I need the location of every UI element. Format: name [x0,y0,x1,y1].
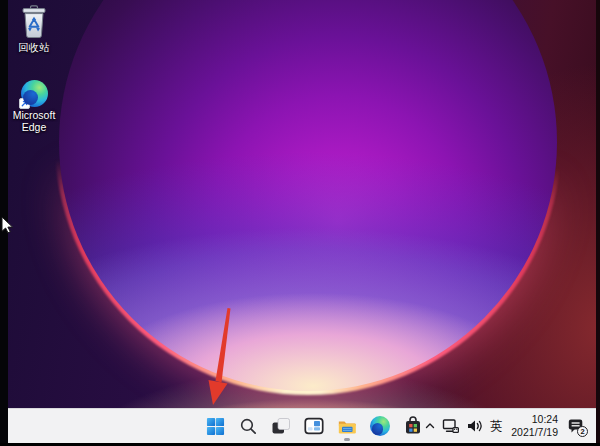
start-button[interactable] [205,412,225,440]
screen-right-border [596,0,600,446]
desktop-icon-recycle-bin[interactable]: 回收站 [7,5,61,53]
shortcut-arrow-badge [19,98,30,109]
clock-date: 2021/7/19 [510,426,558,439]
volume-tray-button[interactable] [466,418,483,434]
search-button[interactable] [238,412,258,440]
taskbar-center-icons [205,409,423,443]
notification-count-badge: 2 [577,426,588,437]
windows-logo-icon [206,417,225,436]
recycle-bin-label: 回收站 [7,41,61,53]
edge-label: Microsoft Edge [7,109,61,133]
desktop-icon-microsoft-edge[interactable]: Microsoft Edge [7,80,61,133]
hidden-icons-chevron[interactable] [424,420,436,432]
file-explorer-button[interactable] [337,412,357,440]
microsoft-store-button[interactable] [403,412,423,440]
search-icon [239,417,258,436]
volume-icon [466,418,483,434]
windows-desktop-screen: 回收站 Microsoft Edge [0,0,600,446]
system-tray: 英 10:24 2021/7/19 2 [424,409,588,443]
widgets-icon [304,416,324,436]
edge-icon [370,416,390,436]
notification-center-button[interactable]: 2 [564,415,588,437]
store-icon [403,416,423,436]
file-explorer-running-indicator [344,438,350,441]
network-tray-button[interactable] [442,418,460,434]
network-icon [442,418,460,434]
taskbar: 英 10:24 2021/7/19 2 [8,408,596,443]
desktop-wallpaper [8,0,596,443]
chevron-up-icon [424,420,436,432]
clock[interactable]: 10:24 2021/7/19 [510,413,558,439]
clock-time: 10:24 [510,413,558,426]
edge-taskbar-button[interactable] [370,416,390,436]
task-view-button[interactable] [271,412,291,440]
widgets-button[interactable] [304,412,324,440]
recycle-bin-icon [7,5,61,39]
screen-left-border [0,0,8,446]
edge-logo-icon [7,80,61,107]
file-explorer-icon [337,417,357,436]
ime-language-indicator[interactable]: 英 [489,418,504,435]
wallpaper-bloom [59,0,557,391]
task-view-icon [271,416,291,436]
